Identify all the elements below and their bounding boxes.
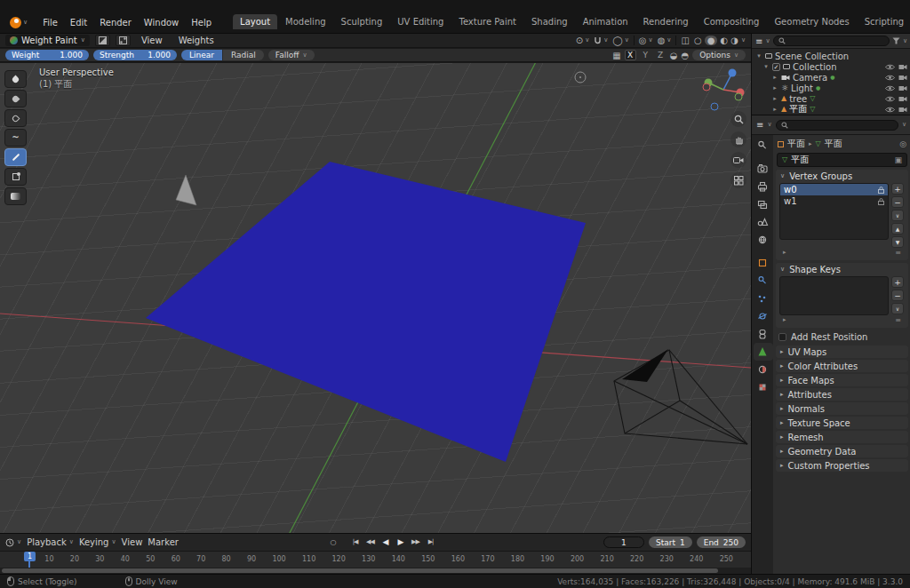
- pan-button[interactable]: [730, 131, 746, 147]
- tab-view-layer[interactable]: [759, 202, 767, 209]
- tab-constraints[interactable]: [760, 330, 765, 339]
- menu-edit[interactable]: Edit: [65, 16, 92, 29]
- breadcrumb-object[interactable]: 平面: [787, 138, 805, 150]
- tab-shading[interactable]: Shading: [524, 14, 575, 29]
- tab-world[interactable]: [759, 236, 765, 242]
- snap-dropdown[interactable]: ∨: [594, 36, 608, 44]
- tool-sample-vertex-group[interactable]: [4, 168, 27, 186]
- collapsed-icon[interactable]: ▸: [771, 106, 778, 113]
- eye-icon[interactable]: [885, 107, 895, 113]
- eye-icon[interactable]: [885, 64, 895, 70]
- timeline-ruler[interactable]: 1 10 20 30 40 50 60 70 80 90 100 110 120…: [0, 551, 751, 568]
- panel-custom-properties[interactable]: ▸Custom Properties: [776, 459, 908, 472]
- shape-key-specials-button[interactable]: ∨: [891, 303, 904, 314]
- light-object[interactable]: [575, 72, 586, 83]
- start-frame-field[interactable]: Start 1: [649, 536, 692, 548]
- vertex-group-item-w0[interactable]: w0: [780, 184, 888, 195]
- editor-type-button[interactable]: ≡: [756, 120, 763, 130]
- perspective-toggle-button[interactable]: [730, 172, 746, 188]
- tab-uv-editing[interactable]: UV Editing: [390, 14, 451, 29]
- xray-toggle[interactable]: ◫: [681, 36, 689, 45]
- add-vertex-group-button[interactable]: +: [891, 183, 904, 195]
- datablock-name-field[interactable]: ▽ 平面 ▣: [777, 153, 907, 167]
- brush-falloff-icon[interactable]: ▦: [612, 51, 620, 60]
- outliner-row-tree[interactable]: ▸ ▲ tree ▽: [752, 93, 910, 104]
- next-keyframe-button[interactable]: ▶▶: [409, 536, 422, 548]
- lock-icon[interactable]: [878, 198, 884, 205]
- navigation-gizmo[interactable]: [703, 69, 745, 111]
- list-filter-bar[interactable]: ▸ ≡: [779, 315, 905, 324]
- tool-draw[interactable]: [4, 70, 27, 88]
- outliner-row-scene-collection[interactable]: ▾ Scene Collection: [752, 51, 910, 61]
- zoom-button[interactable]: [730, 111, 746, 127]
- editor-type-button[interactable]: ≡: [755, 36, 762, 46]
- move-group-up-button[interactable]: ▲: [891, 223, 904, 234]
- front-faces-toggle[interactable]: ◒: [670, 51, 678, 60]
- panel-geometry-data[interactable]: ▸Geometry Data: [776, 445, 908, 457]
- tool-blur[interactable]: [4, 90, 27, 107]
- panel-face-maps[interactable]: ▸Face Maps: [776, 374, 908, 386]
- tab-compositing[interactable]: Compositing: [697, 14, 767, 29]
- properties-options-dropdown[interactable]: ∨: [902, 122, 906, 128]
- gizmo-z-axis[interactable]: [729, 69, 737, 77]
- overlays-dropdown[interactable]: ◍∨: [658, 36, 672, 45]
- end-frame-field[interactable]: End 250: [697, 536, 746, 548]
- shading-solid-button[interactable]: ●: [705, 36, 718, 45]
- pivot-point-dropdown[interactable]: ⊙∨: [576, 36, 590, 45]
- breadcrumb-data[interactable]: 平面: [825, 138, 842, 150]
- tab-texture[interactable]: [760, 385, 766, 391]
- tab-scene[interactable]: [758, 219, 767, 226]
- menu-view[interactable]: View: [122, 537, 143, 547]
- mirror-y-toggle[interactable]: Y: [640, 50, 651, 60]
- remove-vertex-group-button[interactable]: −: [891, 196, 904, 208]
- panel-uv-maps[interactable]: ▸UV Maps: [776, 346, 908, 358]
- collapsed-icon[interactable]: ▸: [771, 84, 778, 91]
- falloff-linear-button[interactable]: Linear: [181, 50, 222, 60]
- properties-search-input[interactable]: [776, 120, 898, 131]
- tool-average[interactable]: [4, 109, 27, 127]
- menu-weights[interactable]: Weights: [173, 34, 220, 47]
- shape-keys-list[interactable]: [779, 276, 889, 315]
- panel-texture-space[interactable]: ▸Texture Space: [776, 417, 908, 429]
- disclosure-icon[interactable]: ▾: [755, 52, 762, 60]
- prev-keyframe-button[interactable]: ◀◀: [363, 536, 377, 548]
- datablock-options-icon[interactable]: ▣: [894, 155, 902, 164]
- shading-rendered-button[interactable]: ◑: [730, 36, 738, 45]
- paint-mask-vertices-toggle[interactable]: [116, 35, 131, 46]
- vertex-groups-list[interactable]: w0 w1: [779, 183, 889, 240]
- scrollbar-thumb[interactable]: [2, 568, 718, 573]
- vertex-group-item-w1[interactable]: w1: [780, 195, 888, 207]
- panel-attributes[interactable]: ▸Attributes: [776, 388, 908, 401]
- resize-grip-icon[interactable]: ≡: [895, 249, 901, 257]
- options-dropdown[interactable]: Options ∨: [692, 50, 746, 60]
- plane-mesh[interactable]: [146, 162, 586, 462]
- camera-visibility-icon[interactable]: [898, 85, 907, 91]
- outliner-row-camera[interactable]: ▸ Camera ●: [752, 72, 910, 83]
- tab-render[interactable]: [758, 165, 767, 173]
- mirror-x-toggle[interactable]: X: [625, 50, 636, 60]
- outliner-row-light[interactable]: ▸ ☼ Light ●: [752, 83, 910, 93]
- collapsed-icon[interactable]: ▸: [771, 74, 778, 81]
- eye-icon[interactable]: [885, 96, 895, 102]
- mode-selector[interactable]: Weight Paint ∨: [5, 35, 90, 46]
- tab-geometry-nodes[interactable]: Geometry Nodes: [767, 14, 856, 29]
- tool-sample-weight[interactable]: [4, 148, 27, 166]
- tab-physics[interactable]: [759, 314, 767, 319]
- vertex-groups-panel-header[interactable]: ∨ Vertex Groups: [776, 170, 908, 182]
- playhead-marker[interactable]: 1: [24, 552, 36, 561]
- gizmo-z-neg[interactable]: [711, 103, 718, 110]
- shading-material-button[interactable]: ◐: [720, 36, 728, 45]
- jump-to-start-button[interactable]: |◀: [348, 536, 362, 548]
- remove-shape-key-button[interactable]: −: [891, 290, 904, 301]
- tab-particles[interactable]: [759, 296, 766, 303]
- panel-color-attributes[interactable]: ▸Color Attributes: [776, 360, 908, 372]
- list-filter-bar[interactable]: ▸ ≡: [779, 248, 905, 257]
- menu-window[interactable]: Window: [139, 16, 184, 29]
- menu-view[interactable]: View: [136, 34, 168, 47]
- collapsed-icon[interactable]: ▸: [771, 95, 778, 102]
- shading-wireframe-button[interactable]: ○: [694, 36, 702, 45]
- disclosure-icon[interactable]: ▾: [762, 63, 770, 70]
- weight-slider[interactable]: Weight 1.000: [5, 50, 89, 60]
- tab-rendering[interactable]: Rendering: [636, 14, 696, 29]
- strength-slider[interactable]: Strength 1.000: [93, 50, 177, 60]
